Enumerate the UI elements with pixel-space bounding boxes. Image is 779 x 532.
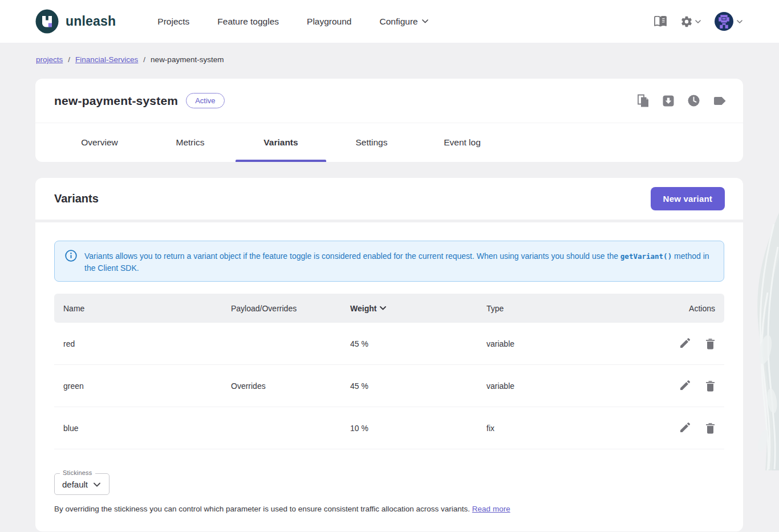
variant-weight: 45 %	[350, 339, 486, 348]
breadcrumb-separator: /	[143, 55, 145, 64]
table-header-row: Name Payload/Overrides Weight Type Actio…	[54, 294, 724, 323]
nav-item-configure[interactable]: Configure	[379, 17, 428, 27]
breadcrumb-project-name[interactable]: Financial-Services	[75, 55, 138, 64]
stickiness-select-value: default	[62, 480, 88, 489]
variant-type: variable	[486, 339, 651, 348]
status-badge: Active	[186, 93, 224, 108]
column-header-actions: Actions	[651, 304, 715, 313]
documentation-book-icon[interactable]	[654, 16, 667, 27]
nav-item-feature-toggles[interactable]: Feature toggles	[217, 17, 279, 27]
variant-name: green	[63, 381, 231, 391]
variant-name: blue	[63, 424, 231, 433]
delete-trash-icon[interactable]	[705, 423, 715, 434]
breadcrumb-projects[interactable]: projects	[36, 55, 63, 64]
variant-type: variable	[486, 381, 651, 391]
variants-info-alert: Variants allows you to return a variant …	[54, 241, 724, 282]
chevron-down-icon	[94, 482, 100, 487]
breadcrumb-separator: /	[68, 55, 70, 64]
chevron-down-icon	[737, 20, 743, 23]
stickiness-select-label: Stickiness	[60, 469, 95, 476]
variant-type: fix	[486, 424, 651, 433]
settings-gear-button[interactable]	[680, 15, 701, 28]
breadcrumb: projects / Financial-Services / new-paym…	[36, 55, 779, 64]
unleash-logo[interactable]: unleash	[35, 9, 116, 34]
variant-name: red	[63, 339, 231, 348]
user-avatar	[715, 12, 733, 31]
read-more-link[interactable]: Read more	[472, 505, 510, 513]
tag-icon[interactable]	[713, 96, 726, 106]
stickiness-select[interactable]: Stickiness default	[54, 473, 109, 495]
info-icon	[65, 249, 77, 262]
feature-tabs: Overview Metrics Variants Settings Event…	[35, 123, 743, 162]
variant-weight: 10 %	[350, 424, 486, 433]
edit-pencil-icon[interactable]	[679, 423, 690, 434]
user-menu-button[interactable]	[715, 12, 743, 31]
table-row: blue 10 % fix	[54, 407, 724, 449]
nav-links: Projects Feature toggles Playground Conf…	[157, 17, 428, 27]
delete-trash-icon[interactable]	[705, 380, 715, 392]
nav-item-projects[interactable]: Projects	[157, 17, 189, 27]
nav-item-playground[interactable]: Playground	[307, 17, 351, 27]
brand-name: unleash	[66, 14, 116, 29]
background-decoration	[743, 213, 779, 470]
stickiness-footer-note: By overriding the stickiness you can con…	[54, 505, 724, 513]
page: unleash Projects Feature toggles Playgro…	[0, 0, 779, 532]
column-header-payload-overrides[interactable]: Payload/Overrides	[231, 304, 350, 313]
tab-event-log[interactable]: Event log	[417, 123, 508, 162]
column-header-weight[interactable]: Weight	[350, 304, 486, 313]
breadcrumb-current-feature: new-payment-system	[151, 55, 224, 64]
variants-card: Variants New variant Variants allows you…	[35, 178, 743, 531]
table-row: red 45 % variable	[54, 323, 724, 365]
column-header-type[interactable]: Type	[486, 304, 651, 313]
tab-metrics[interactable]: Metrics	[145, 123, 236, 162]
variant-payload: Overrides	[231, 381, 350, 391]
copy-feature-icon[interactable]	[637, 94, 650, 108]
chevron-down-icon	[695, 20, 701, 23]
feature-title: new-payment-system	[54, 94, 178, 108]
tab-overview[interactable]: Overview	[54, 123, 145, 162]
top-navbar: unleash Projects Feature toggles Playgro…	[0, 0, 779, 43]
edit-pencil-icon[interactable]	[679, 380, 690, 392]
sort-chevron-down-icon	[380, 306, 386, 310]
history-clock-icon[interactable]	[687, 94, 700, 107]
archive-feature-icon[interactable]	[662, 95, 675, 107]
variant-weight: 45 %	[350, 381, 486, 391]
feature-header-card: new-payment-system Active	[35, 79, 743, 162]
variants-section-title: Variants	[54, 192, 99, 205]
chevron-down-icon	[422, 19, 428, 23]
gear-icon	[680, 15, 693, 28]
alert-code-getvariant: getVariant()	[620, 252, 672, 261]
delete-trash-icon[interactable]	[705, 338, 715, 350]
new-variant-button[interactable]: New variant	[651, 187, 725, 210]
tab-settings[interactable]: Settings	[326, 123, 417, 162]
unleash-logo-icon	[35, 9, 59, 34]
table-row: green Overrides 45 % variable	[54, 365, 724, 407]
tab-variants[interactable]: Variants	[236, 123, 326, 162]
alert-text: Variants allows you to return a variant …	[84, 249, 715, 274]
variants-table: Name Payload/Overrides Weight Type Actio…	[54, 294, 724, 449]
edit-pencil-icon[interactable]	[679, 338, 690, 350]
column-header-name[interactable]: Name	[63, 304, 231, 313]
